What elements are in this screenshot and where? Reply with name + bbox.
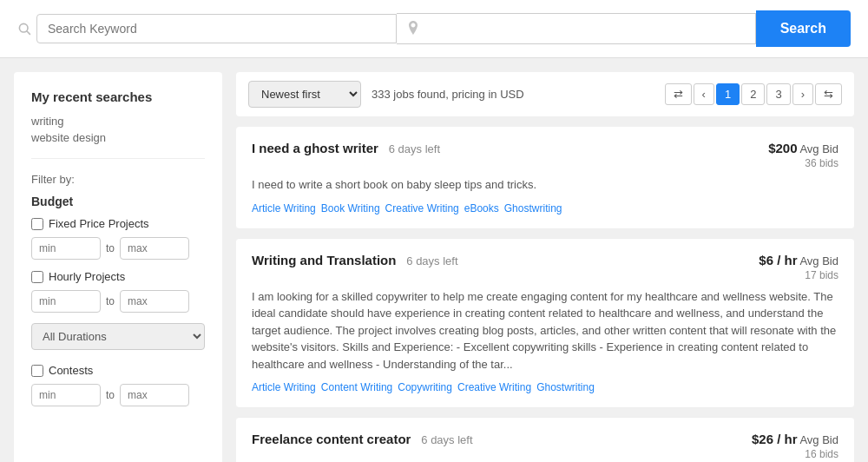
- pagination-page-3[interactable]: 3: [766, 83, 790, 105]
- job-tag-0-2[interactable]: Creative Writing: [385, 202, 459, 214]
- contests-min-input[interactable]: [31, 384, 101, 406]
- job-tags-1: Article Writing Content Writing Copywrit…: [252, 381, 838, 393]
- search-location-wrap: Online Job: [397, 13, 756, 44]
- job-tags-0: Article Writing Book Writing Creative Wr…: [252, 202, 838, 214]
- pagination-prev[interactable]: ‹: [694, 83, 714, 105]
- job-tag-0-1[interactable]: Book Writing: [321, 202, 380, 214]
- hourly-min-input[interactable]: [31, 290, 101, 313]
- pagination-first[interactable]: ⇄: [665, 83, 692, 105]
- hourly-label: Hourly Projects: [49, 270, 125, 283]
- fixed-price-max-input[interactable]: [120, 237, 189, 260]
- contests-range: to: [31, 384, 205, 406]
- fixed-price-checkbox[interactable]: [31, 218, 43, 230]
- search-keyword-input[interactable]: [48, 22, 385, 36]
- job-title-row-2: Freelance content creator 6 days left $2…: [252, 432, 838, 460]
- recent-search-item-writing[interactable]: writing: [31, 115, 205, 128]
- job-tag-1-1[interactable]: Content Writing: [321, 381, 392, 393]
- fixed-price-checkbox-label[interactable]: Fixed Price Projects: [31, 217, 205, 230]
- svg-line-1: [27, 31, 30, 35]
- search-button[interactable]: Search: [756, 10, 851, 47]
- contests-checkbox-label[interactable]: Contests: [31, 364, 205, 377]
- job-desc-1: I am looking for a skilled copywriter to…: [252, 288, 838, 373]
- pagination: ⇄ ‹ 1 2 3 › ⇆: [665, 83, 842, 105]
- job-bid-amount-0: $200: [768, 141, 797, 155]
- job-days-1: 6 days left: [406, 254, 457, 267]
- filter-by-label: Filter by:: [31, 173, 205, 186]
- job-bid-type-1: Avg Bid: [799, 254, 838, 267]
- job-tag-1-2[interactable]: Copywriting: [398, 381, 452, 393]
- fixed-to-label: to: [106, 242, 115, 254]
- job-title-1: Writing and Translation 6 days left: [252, 253, 458, 267]
- fixed-price-label: Fixed Price Projects: [49, 217, 149, 230]
- hourly-max-input[interactable]: [120, 290, 189, 313]
- sidebar-divider-1: [31, 158, 205, 159]
- contests-label: Contests: [49, 364, 93, 377]
- search-location-input[interactable]: Online Job: [424, 22, 745, 36]
- job-bid-2: $26 / hr Avg Bid 16 bids: [752, 432, 838, 460]
- fixed-price-min-input[interactable]: [31, 237, 101, 260]
- job-bid-count-2: 16 bids: [752, 448, 838, 460]
- hourly-checkbox[interactable]: [31, 271, 43, 283]
- job-tag-1-3[interactable]: Creative Writing: [457, 381, 531, 393]
- job-tag-0-0[interactable]: Article Writing: [252, 202, 316, 214]
- job-title-text-0[interactable]: I need a ghost writer: [252, 141, 378, 155]
- pagination-page-1[interactable]: 1: [716, 83, 740, 105]
- location-icon: [407, 21, 419, 36]
- hourly-checkbox-label[interactable]: Hourly Projects: [31, 270, 205, 283]
- recent-search-item-website-design[interactable]: website design: [31, 131, 205, 144]
- budget-label: Budget: [31, 195, 205, 208]
- job-title-0: I need a ghost writer 6 days left: [252, 141, 440, 155]
- contests-to-label: to: [106, 389, 115, 401]
- sort-select[interactable]: Newest first Oldest first Highest budget…: [248, 81, 361, 108]
- main-layout: My recent searches writing website desig…: [0, 58, 868, 462]
- header: Online Job Search: [0, 0, 868, 58]
- hourly-range: to: [31, 290, 205, 313]
- job-bid-type-0: Avg Bid: [799, 142, 838, 155]
- recent-searches-title: My recent searches: [31, 89, 205, 104]
- duration-select[interactable]: All Durations Less than 1 week 1 to 4 we…: [31, 323, 205, 350]
- job-tag-1-4[interactable]: Ghostwriting: [536, 381, 595, 393]
- job-days-2: 6 days left: [421, 433, 472, 446]
- content-header: Newest first Oldest first Highest budget…: [236, 72, 854, 116]
- job-tag-1-0[interactable]: Article Writing: [252, 381, 316, 393]
- search-icon: [17, 22, 31, 36]
- job-desc-0: I need to write a short book on baby sle…: [252, 176, 838, 194]
- job-card-1: Writing and Translation 6 days left $6 /…: [236, 238, 854, 409]
- job-title-2: Freelance content creator 6 days left: [252, 432, 473, 446]
- job-tag-0-4[interactable]: Ghostwriting: [504, 202, 562, 214]
- pagination-page-2[interactable]: 2: [741, 83, 765, 105]
- job-bid-0: $200 Avg Bid 36 bids: [768, 141, 838, 169]
- job-days-0: 6 days left: [389, 142, 440, 155]
- job-tag-0-3[interactable]: eBooks: [464, 202, 499, 214]
- results-info: 333 jobs found, pricing in USD: [372, 88, 654, 101]
- job-bid-type-2: Avg Bid: [799, 433, 838, 446]
- job-title-text-1[interactable]: Writing and Translation: [252, 253, 396, 267]
- job-bid-amount-1: $6 / hr: [759, 253, 797, 267]
- job-card-0: I need a ghost writer 6 days left $200 A…: [236, 127, 854, 229]
- hourly-to-label: to: [106, 295, 115, 307]
- job-bid-count-0: 36 bids: [768, 157, 838, 169]
- job-card-2: Freelance content creator 6 days left $2…: [236, 417, 854, 462]
- contests-section: Contests to: [31, 364, 205, 406]
- content-area: Newest first Oldest first Highest budget…: [236, 72, 854, 462]
- job-bid-amount-2: $26 / hr: [752, 432, 798, 446]
- contests-checkbox[interactable]: [31, 365, 43, 377]
- job-title-row-1: Writing and Translation 6 days left $6 /…: [252, 253, 838, 281]
- contests-max-input[interactable]: [120, 384, 189, 406]
- job-title-row-0: I need a ghost writer 6 days left $200 A…: [252, 141, 838, 169]
- fixed-price-range: to: [31, 237, 205, 260]
- job-bid-1: $6 / hr Avg Bid 17 bids: [759, 253, 838, 281]
- search-keyword-wrap: [36, 14, 397, 43]
- sidebar: My recent searches writing website desig…: [14, 72, 222, 462]
- job-bid-count-1: 17 bids: [759, 269, 838, 281]
- pagination-next[interactable]: ›: [792, 83, 813, 105]
- job-title-text-2[interactable]: Freelance content creator: [252, 432, 411, 446]
- pagination-last[interactable]: ⇆: [815, 83, 842, 105]
